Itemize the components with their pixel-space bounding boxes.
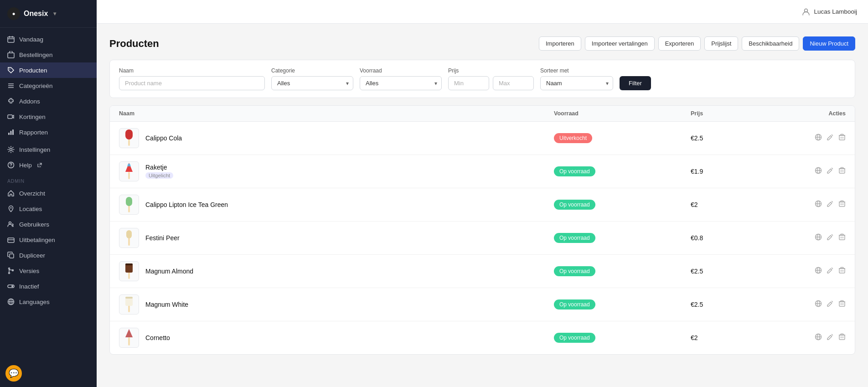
product-thumbnail [119,261,139,281]
sidebar-item-bestellingen[interactable]: Bestellingen [0,47,97,62]
delete-action-icon[interactable] [838,134,846,143]
sidebar-item-locaties[interactable]: Locaties [0,201,97,217]
categorie-label: Categorie [271,67,353,74]
svg-marker-42 [127,164,131,166]
sidebar-item-vandaag[interactable]: Vandaag [0,31,97,47]
sidebar-item-label: Addons [19,98,40,105]
filter-button[interactable]: Filter [620,76,651,90]
sidebar-item-label: Inactief [19,283,39,290]
prijslijst-button[interactable]: Prijslijst [704,36,738,51]
sidebar-item-label: Gebruikers [19,221,49,228]
svg-rect-46 [839,169,845,173]
row-actions [782,134,846,143]
main-content: Lucas Lambooij Producten Importeren Impo… [97,0,868,387]
edit-action-icon[interactable] [827,300,834,309]
filter-row: Naam Categorie Alles Voorraad All [119,67,846,90]
beschikbaarheid-button[interactable]: Beschikbaarheid [742,36,799,51]
box-icon [7,51,15,58]
nieuw-product-button[interactable]: Nieuw Product [803,36,855,51]
edit-action-icon[interactable] [827,167,834,176]
sidebar-item-uitbetalingen[interactable]: Uitbetalingen [0,232,97,248]
delete-action-icon[interactable] [838,300,846,309]
globe-action-icon[interactable] [815,267,822,276]
sidebar-item-instellingen[interactable]: Instellingen [0,142,97,157]
delete-action-icon[interactable] [838,200,846,209]
logo-icon: ● [7,7,20,20]
prijs-min-input[interactable] [448,76,489,90]
delete-action-icon[interactable] [838,167,846,176]
product-name-cell: Calippo Cola [119,128,554,148]
svg-rect-31 [125,129,133,139]
edit-action-icon[interactable] [827,134,834,143]
voorraad-cell: Uitverkocht [554,133,691,143]
svg-rect-88 [839,302,845,306]
globe-action-icon[interactable] [815,300,822,309]
sidebar-item-gebruikers[interactable]: Gebruikers [0,217,97,232]
sidebar-item-languages[interactable]: Languages [0,294,97,310]
voorraad-badge: Op voorraad [554,233,595,243]
voorraad-select-wrapper: Alles [360,76,442,90]
sidebar-item-versies[interactable]: Versies [0,263,97,279]
edit-action-icon[interactable] [827,233,834,243]
sidebar-item-overzicht[interactable]: Overzicht [0,186,97,201]
sidebar-item-producten[interactable]: Producten [0,62,97,78]
toggle-icon [7,283,15,290]
sorteer-select[interactable]: Naam [540,76,613,90]
edit-action-icon[interactable] [827,267,834,276]
svg-rect-56 [839,202,845,206]
naam-input[interactable] [119,76,265,90]
sidebar-item-kortingen[interactable]: Kortingen [0,109,97,124]
edit-action-icon[interactable] [827,333,834,342]
importeer-vertalingen-button[interactable]: Importeer vertalingen [585,36,655,51]
sidebar-item-rapporten[interactable]: Rapporten [0,124,97,140]
delete-action-icon[interactable] [838,233,846,243]
edit-action-icon[interactable] [827,200,834,209]
delete-action-icon[interactable] [838,267,846,276]
sidebar-item-inactief[interactable]: Inactief [0,279,97,294]
categorie-select[interactable]: Alles [271,76,353,90]
product-name: Magnum Almond [145,268,193,275]
globe-action-icon[interactable] [815,233,822,243]
sidebar-item-addons[interactable]: Addons [0,93,97,109]
globe-action-icon[interactable] [815,134,822,143]
globe-action-icon[interactable] [815,167,822,176]
product-thumbnail [119,128,139,148]
product-name-info: Raketje Uitgelicht [145,164,173,179]
voorraad-badge: Op voorraad [554,266,595,276]
product-sublabel: Uitgelicht [145,172,173,179]
naam-label: Naam [119,67,265,74]
product-name: Cornetto [145,334,170,341]
voorraad-select[interactable]: Alles [360,76,442,90]
globe-action-icon[interactable] [815,200,822,209]
globe-action-icon[interactable] [815,333,822,342]
home-icon [7,190,15,197]
page-header: Producten Importeren Importeer vertaling… [109,36,855,51]
sidebar-item-dupliceer[interactable]: Dupliceer [0,248,97,263]
sidebar-item-categorieen[interactable]: Categorieën [0,78,97,93]
categorie-select-wrapper: Alles [271,76,353,90]
delete-action-icon[interactable] [838,333,846,342]
product-rows: Calippo Cola Uitverkocht €2.5 Rake [110,122,855,354]
prijs-max-input[interactable] [493,76,534,90]
importeren-button[interactable]: Importeren [539,36,581,51]
filter-prijs: Prijs [448,67,534,90]
sidebar-footer: 💬 [0,360,97,387]
globe-icon [7,298,15,305]
filter-sorteer: Sorteer met Naam [540,67,613,90]
app-logo[interactable]: ● Onesix ▾ [0,0,97,28]
admin-section-label: ADMIN [0,173,97,186]
svg-point-5 [10,69,10,70]
svg-rect-71 [128,272,130,279]
sidebar-item-label: Rapporten [19,129,48,136]
sidebar-item-help[interactable]: Help [0,157,97,173]
svg-rect-11 [10,131,12,135]
voorraad-cell: Op voorraad [554,200,691,210]
chat-button[interactable]: 💬 [5,365,22,382]
voorraad-cell: Op voorraad [554,299,691,310]
topbar: Lucas Lambooij [97,0,868,24]
table-row: Raketje Uitgelicht Op voorraad €1.9 [110,155,855,188]
exporteren-button[interactable]: Exporteren [658,36,701,51]
user-avatar-icon [802,8,810,16]
voorraad-cell: Op voorraad [554,333,691,343]
table-header: Naam Voorraad Prijs Acties [110,106,855,122]
